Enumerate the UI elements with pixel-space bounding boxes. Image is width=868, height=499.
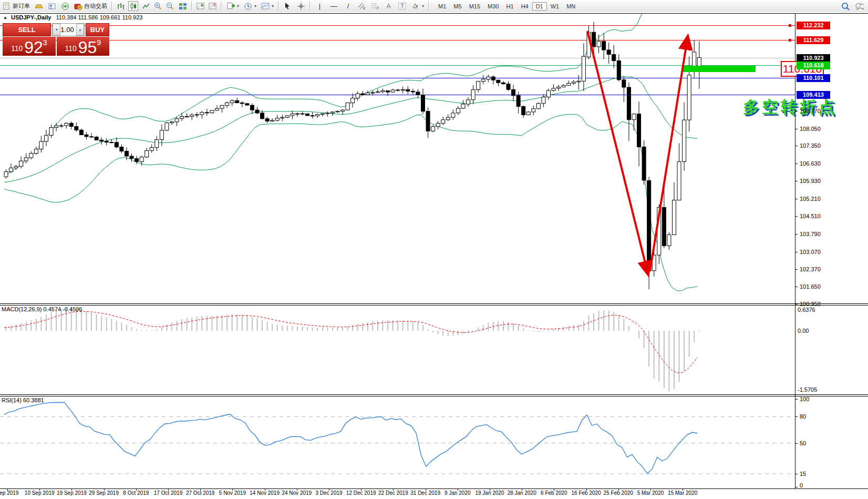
toolbar-separator	[278, 2, 279, 11]
cursor-icon[interactable]	[283, 2, 292, 11]
fibonacci-tool-icon[interactable]: F	[370, 2, 379, 11]
vertical-line-tool-icon[interactable]: |	[315, 2, 324, 11]
arrows-tool-button[interactable]: ▾	[409, 1, 426, 12]
candlestick-type-icon[interactable]	[128, 1, 138, 11]
label-tool-icon[interactable]: T	[398, 2, 407, 11]
price-tick-105.930: 105.930	[800, 178, 821, 184]
rsi-tickmark	[795, 474, 798, 474]
date-label: 8 Oct 2019	[123, 490, 149, 496]
date-label: 15 Mar 2020	[668, 490, 697, 496]
indicators-button[interactable]: ▾	[224, 1, 241, 12]
rsi-scale-0: 0	[800, 482, 803, 488]
tile-windows-icon[interactable]	[178, 2, 187, 11]
date-tickmark	[232, 488, 233, 491]
price-tick-108.050: 108.050	[800, 126, 821, 132]
price-tickmark	[795, 181, 798, 181]
svg-text:F: F	[377, 6, 379, 10]
panel-separator[interactable]	[0, 394, 868, 395]
new-order-icon	[2, 2, 11, 11]
volume-input[interactable]: 1.00	[60, 24, 76, 36]
date-label: 17 Oct 2019	[154, 490, 182, 496]
date-tickmark	[104, 488, 105, 491]
autotrading-button[interactable]: 自动交易	[71, 1, 109, 12]
date-tickmark	[7, 488, 8, 491]
buy-price[interactable]: 110 95 9	[57, 37, 110, 56]
chart-window[interactable]: ▲ USDJPY-,Daily 110.384 111.586 109.661 …	[0, 12, 868, 499]
date-tickmark	[39, 488, 40, 491]
sell-price[interactable]: 110 92 3	[3, 37, 56, 56]
timeframe-d1[interactable]: D1	[532, 2, 547, 11]
chart-shift-icon[interactable]	[208, 2, 217, 11]
date-label: 24 Nov 2019	[282, 490, 312, 496]
chart-forward-icon[interactable]	[196, 2, 205, 11]
shapes-tool-icon	[411, 2, 420, 11]
rsi-tickmark	[795, 443, 798, 444]
collapse-arrow-icon[interactable]: ▲	[3, 15, 7, 20]
buy-price-pips: 95	[78, 40, 97, 55]
clock-icon	[243, 2, 252, 11]
autotrading-label: 自动交易	[84, 2, 107, 10]
hline-handle[interactable]	[789, 39, 791, 42]
date-label: 19 Sep 2019	[57, 490, 87, 496]
text-tool-icon[interactable]: A	[384, 2, 393, 11]
date-tickmark	[650, 488, 651, 491]
timeframe-w1[interactable]: W1	[547, 2, 563, 11]
timeframe-m1[interactable]: M1	[435, 2, 450, 11]
date-label: 29 Sep 2019	[89, 490, 119, 496]
price-tickmark	[795, 304, 798, 304]
channel-tool-icon[interactable]: E	[357, 2, 366, 11]
trendline-tool-icon[interactable]: /	[344, 2, 353, 11]
date-tickmark	[426, 488, 426, 491]
macd-scale-max: 0.6376	[798, 307, 815, 313]
timeframe-h1[interactable]: H1	[502, 2, 517, 11]
date-label: 25 Feb 2020	[604, 490, 633, 496]
sell-price-point: 3	[43, 38, 47, 47]
timeframe-m5[interactable]: M5	[450, 2, 465, 11]
price-tick-105.210: 105.210	[800, 196, 821, 202]
gold-ingot-icon[interactable]	[34, 2, 43, 11]
date-tickmark	[393, 488, 394, 491]
sell-button[interactable]: SELL	[3, 23, 51, 36]
zoom-in-icon[interactable]	[153, 2, 162, 11]
autotrading-icon	[74, 2, 82, 11]
price-tick-106.630: 106.630	[800, 160, 821, 167]
search-icon[interactable]	[841, 2, 850, 11]
hline-handle[interactable]	[789, 24, 791, 27]
macd-scale-zero: 0.00	[798, 328, 809, 334]
chart-title[interactable]: ▲ USDJPY-,Daily 110.384 111.586 109.661 …	[3, 14, 142, 21]
date-tickmark	[522, 488, 522, 491]
periods-button[interactable]: ▾	[241, 1, 259, 12]
date-label: 19 Jan 2020	[475, 490, 504, 496]
turning-point-annotation[interactable]: 多空转折点	[743, 96, 838, 118]
rsi-scale-80: 80	[800, 413, 806, 420]
zoom-out-icon[interactable]	[166, 2, 174, 11]
timeframe-m30[interactable]: M30	[484, 2, 502, 11]
dropdown-caret: ▾	[422, 4, 424, 8]
bar-chart-type-icon[interactable]	[116, 2, 125, 11]
new-order-button[interactable]: 新订单	[0, 1, 32, 12]
horizontal-line-tool-icon[interactable]: —	[329, 2, 338, 11]
price-tickmark	[795, 129, 798, 129]
panel-separator[interactable]	[0, 303, 868, 304]
timeframe-mn[interactable]: MN	[563, 2, 579, 11]
dropdown-caret: ▾	[254, 4, 256, 8]
date-label: 31 Dec 2019	[410, 490, 440, 496]
line-chart-type-icon[interactable]	[141, 2, 150, 11]
profile-chart-icon[interactable]	[47, 2, 56, 11]
timeframe-h4[interactable]: H4	[518, 2, 532, 11]
date-label: 28 Jan 2020	[508, 490, 536, 496]
crosshair-icon[interactable]	[296, 2, 305, 11]
chat-icon[interactable]	[855, 2, 864, 11]
date-tickmark	[168, 488, 169, 491]
volume-decrease-button[interactable]: ▾	[53, 24, 60, 36]
signal-icon[interactable]	[60, 2, 69, 11]
macd-label: MACD(12,26,9) 0.4574 -0.4596	[2, 306, 82, 312]
template-chart-icon	[261, 2, 270, 11]
volume-increase-button[interactable]: ▴	[76, 24, 84, 36]
chart-symbol: USDJPY-,Daily	[11, 14, 51, 21]
timeframe-m15[interactable]: M15	[466, 2, 484, 11]
buy-button[interactable]: BUY	[86, 23, 109, 36]
templates-button[interactable]: ▾	[259, 1, 276, 12]
date-tickmark	[71, 488, 72, 491]
new-order-label: 新订单	[13, 2, 30, 10]
